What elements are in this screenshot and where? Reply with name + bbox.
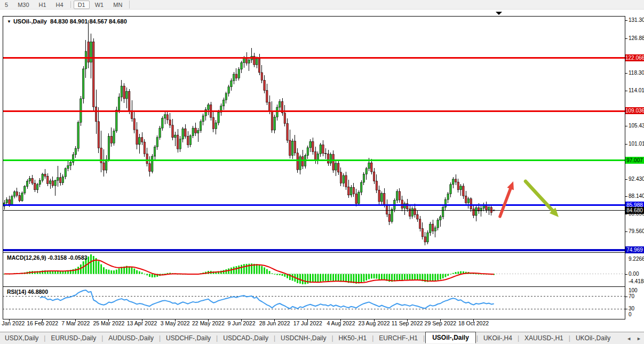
tab-usdx-daily[interactable]: USDX,Daily bbox=[0, 333, 43, 343]
symbol-dropdown-icon[interactable]: ▼ bbox=[7, 19, 11, 24]
price-tick-105-430: 105.430 bbox=[629, 123, 644, 129]
chart-symbol-label: USOil-,Daily bbox=[13, 18, 47, 25]
price-tick-mark bbox=[625, 126, 627, 126]
price-tick-118-300: 118.300 bbox=[629, 70, 644, 76]
tab-usdcnh-daily[interactable]: USDCNH-,Daily bbox=[276, 333, 331, 343]
tab-eurchf-h1[interactable]: EURCHF-,H1 bbox=[374, 333, 423, 343]
price-tick-mark bbox=[625, 231, 627, 232]
date-axis: 28 Jan 202216 Feb 20227 Mar 202225 Mar 2… bbox=[3, 320, 625, 330]
tab-scroll-right-icon[interactable]: ► bbox=[634, 335, 644, 342]
price-level-badge-97-007: 97.007 bbox=[625, 157, 644, 164]
macd-indicator-label: MACD(12,26,9) -0.3158 -0.0583 bbox=[7, 254, 88, 261]
rsi-line bbox=[40, 290, 494, 309]
price-tick-126-880: 126.880 bbox=[629, 35, 644, 41]
timeframe-button-h4[interactable]: H4 bbox=[52, 1, 68, 9]
tab-ukoil-daily[interactable]: UKOil-,Daily bbox=[571, 333, 615, 343]
rsi-indicator-label: RSI(14) 46.8800 bbox=[7, 289, 48, 295]
macd-scale-max: 9.2266 bbox=[629, 256, 644, 262]
tab-xauusd-h1[interactable]: XAUUSD-,H1 bbox=[520, 333, 568, 343]
timeframe-toolbar: 5M30H1H4D1W1MN bbox=[0, 0, 644, 10]
price-axis: 131.300126.880118.300114.010105.430101.0… bbox=[625, 16, 644, 331]
price-level-badge-109-036: 109.036 bbox=[625, 107, 644, 114]
rsi-level-tick bbox=[625, 309, 627, 309]
price-tick-mark bbox=[625, 20, 627, 21]
bearish-arrow-annotation[interactable] bbox=[526, 181, 559, 217]
tab-scroll-buttons: ◄► bbox=[624, 334, 644, 342]
scroll-to-end-marker-icon[interactable] bbox=[496, 12, 502, 15]
price-tick-mark bbox=[625, 73, 627, 74]
chart-title: ▼USOil-,Daily 84.830 84.901 84.567 84.68… bbox=[7, 18, 127, 25]
tab-usoil-daily[interactable]: USOil-,Daily bbox=[425, 332, 476, 343]
price-tick-mark bbox=[625, 214, 627, 214]
tab-audusd-daily[interactable]: AUDUSD-,Daily bbox=[104, 333, 158, 343]
rsi-scale-70: 70 bbox=[629, 293, 634, 299]
price-tick-mark bbox=[625, 38, 627, 39]
rsi-scale-30: 30 bbox=[629, 306, 634, 311]
rsi-level-tick bbox=[625, 297, 627, 297]
tab-eurusd-daily[interactable]: EURUSD-,Daily bbox=[46, 333, 101, 343]
macd-scale-zero: 0.00 bbox=[629, 271, 639, 277]
candlestick-series bbox=[3, 20, 495, 245]
price-tick-mark bbox=[625, 179, 627, 180]
toolbar-divider bbox=[129, 1, 130, 9]
timeframe-button-d1[interactable]: D1 bbox=[74, 1, 90, 9]
price-level-badge-74-969: 74.969 bbox=[625, 246, 644, 253]
timeframe-button-m30[interactable]: M30 bbox=[13, 1, 33, 9]
timeframe-button-w1[interactable]: W1 bbox=[91, 1, 108, 9]
chart-area: ▼USOil-,Daily 84.830 84.901 84.567 84.68… bbox=[3, 16, 625, 331]
price-tick-88-140: 88.140 bbox=[629, 193, 644, 199]
price-tick-mark bbox=[625, 144, 627, 145]
tab-usdcad-daily[interactable]: USDCAD-,Daily bbox=[218, 333, 273, 343]
macd-scale-min: -4.4188 bbox=[629, 278, 644, 284]
price-tick-79-560: 79.560 bbox=[629, 228, 644, 234]
chart-tab-bar: USDX,Daily|EURUSD-,Daily|AUDUSD-,Daily|U… bbox=[0, 332, 644, 344]
tab-usdchf-daily[interactable]: USDCHF-,Daily bbox=[161, 333, 216, 343]
toolbar-divider bbox=[70, 1, 71, 8]
price-level-badge-84-680: 84.680 bbox=[625, 207, 644, 214]
price-tick-131-300: 131.300 bbox=[629, 17, 644, 23]
date-tick-18-oct-2022: 18 Oct 2022 bbox=[452, 320, 495, 326]
timeframe-button-mn[interactable]: MN bbox=[109, 1, 126, 9]
chart-canvas[interactable] bbox=[3, 16, 625, 331]
price-tick-92-430: 92.430 bbox=[629, 176, 644, 182]
tab-scroll-left-icon[interactable]: ◄ bbox=[624, 335, 634, 342]
price-tick-101-010: 101.010 bbox=[629, 141, 644, 147]
timeframe-button-5[interactable]: 5 bbox=[1, 1, 12, 9]
bullish-arrow-annotation[interactable] bbox=[500, 181, 514, 217]
timeframe-button-h1[interactable]: H1 bbox=[35, 1, 51, 9]
price-level-badge-122-066: 122.066 bbox=[625, 54, 644, 61]
tab-ukoil-h4[interactable]: UKOil-,H4 bbox=[479, 333, 517, 343]
price-tick-114-010: 114.010 bbox=[629, 87, 644, 93]
macd-zero-tick bbox=[625, 274, 627, 275]
price-tick-mark bbox=[625, 196, 627, 197]
chart-ohlc-values: 84.830 84.901 84.567 84.680 bbox=[50, 18, 127, 25]
price-tick-mark bbox=[625, 91, 627, 91]
tab-hk50-h1[interactable]: HK50-,H1 bbox=[334, 333, 372, 343]
rsi-scale-0: 0 bbox=[629, 311, 632, 317]
rsi-scale-100: 100 bbox=[629, 287, 638, 293]
